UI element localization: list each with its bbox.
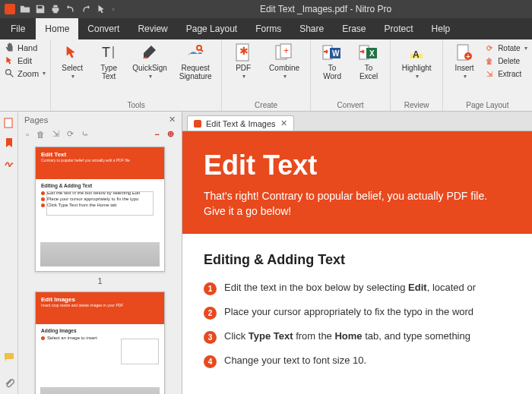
- bookmarks-icon[interactable]: [4, 137, 14, 148]
- save-icon[interactable]: [35, 4, 46, 14]
- group-convert-label: Convert: [315, 100, 385, 109]
- tab-convert[interactable]: Convert: [78, 18, 128, 39]
- rotate-page-icon[interactable]: ⟳: [67, 129, 74, 139]
- pages-panel: Pages ✕ ▫ 🗑 ⇲ ⟳ ⤿ − ⊕ Edit TextContrary …: [18, 112, 182, 394]
- replace-page-icon[interactable]: ⤿: [81, 129, 88, 139]
- group-review-label: Review: [395, 100, 438, 109]
- tab-review[interactable]: Review: [128, 18, 176, 39]
- pdf-label: PDF: [236, 64, 251, 72]
- quicksign-button[interactable]: QuickSign▾: [128, 43, 171, 80]
- redo-icon[interactable]: [81, 4, 91, 14]
- extract-page-icon[interactable]: ⇲: [52, 129, 59, 139]
- svg-text:+: +: [466, 52, 470, 61]
- tab-page-layout[interactable]: Page Layout: [177, 18, 246, 39]
- banner-subtext: That's right! Contrary to popular belief…: [204, 189, 511, 219]
- hand-tool[interactable]: Hand: [5, 43, 46, 52]
- insert-button[interactable]: + Insert▾: [448, 43, 481, 80]
- type-text-button[interactable]: T Type Text: [92, 43, 125, 80]
- svg-text:X: X: [369, 49, 375, 58]
- tab-forms[interactable]: Forms: [246, 18, 290, 39]
- extract-icon: ⇲: [484, 68, 495, 79]
- pdf-button[interactable]: ✱ PDF▾: [226, 43, 260, 80]
- select-button[interactable]: Select▾: [55, 43, 89, 80]
- combine-label: Combine: [269, 64, 299, 72]
- page-number-label: 1: [35, 276, 165, 285]
- request-signature-button[interactable]: Request Signature: [174, 43, 217, 80]
- tab-protect[interactable]: Protect: [375, 18, 423, 39]
- hand-label: Hand: [17, 43, 37, 52]
- group-review: A Highlight▾ Review: [391, 39, 443, 111]
- title-bar: ▾ Edit Text _Images.pdf - Nitro Pro: [0, 0, 532, 18]
- zoom-out-icon[interactable]: −: [155, 130, 160, 139]
- thumb-title: Edit Text: [41, 151, 159, 158]
- highlight-button[interactable]: A Highlight▾: [395, 43, 438, 80]
- type-text-label: Type Text: [100, 64, 117, 80]
- delete-label: Delete: [498, 57, 520, 65]
- type-text-icon: T: [99, 43, 119, 62]
- attachments-icon[interactable]: [4, 377, 14, 388]
- step-number-icon: 1: [204, 282, 217, 295]
- comments-icon[interactable]: [4, 351, 14, 362]
- group-create-label: Create: [226, 100, 306, 109]
- close-panel-icon[interactable]: ✕: [169, 115, 176, 125]
- highlight-icon: A: [407, 43, 426, 62]
- extract-label: Extract: [498, 70, 521, 78]
- pages-panel-icon[interactable]: [4, 118, 14, 128]
- pages-panel-header: Pages ✕: [18, 112, 182, 128]
- mode-tools: Hand Edit Zoom ▾: [0, 39, 51, 111]
- step-item: 3Click Type Text from the Home tab, and …: [204, 330, 511, 344]
- rotate-button[interactable]: ⟳Rotate▾: [484, 43, 527, 53]
- doc-tab-icon: [194, 120, 201, 128]
- combine-button[interactable]: + Combine▾: [263, 43, 306, 80]
- ribbon: Hand Edit Zoom ▾ Select▾ T Type Text Qui…: [0, 39, 532, 112]
- edit-tool[interactable]: Edit: [5, 55, 46, 65]
- to-excel-button[interactable]: X To Excel: [352, 43, 385, 80]
- thumbnails-list[interactable]: Edit TextContrary to popular belief you …: [18, 143, 182, 394]
- zoom-in-icon[interactable]: ⊕: [167, 129, 174, 139]
- signatures-icon[interactable]: [4, 157, 14, 168]
- delete-page-icon[interactable]: 🗑: [36, 130, 45, 139]
- group-page-layout: + Insert▾ ⟳Rotate▾ 🗑Delete ⇲Extract Page…: [443, 39, 532, 111]
- step-text: Change your text to font size 10.: [224, 355, 366, 366]
- cursor-icon[interactable]: [96, 4, 106, 14]
- print-icon[interactable]: [50, 4, 61, 14]
- rotate-icon: ⟳: [484, 43, 495, 53]
- tab-erase[interactable]: Erase: [333, 18, 375, 39]
- close-tab-icon[interactable]: ✕: [280, 118, 287, 128]
- zoom-tool[interactable]: Zoom ▾: [5, 68, 46, 78]
- ribbon-tabs: File Home Convert Review Page Layout For…: [0, 18, 532, 39]
- svg-text:W: W: [332, 49, 340, 58]
- page-thumbnail[interactable]: Edit ImagesInsert crop resize and delete…: [35, 292, 165, 394]
- group-page-layout-label: Page Layout: [448, 100, 527, 109]
- to-word-button[interactable]: W To Word: [315, 43, 349, 80]
- document-tab-title: Edit Text & Images: [206, 119, 276, 128]
- delete-button[interactable]: 🗑Delete: [484, 55, 527, 66]
- open-icon[interactable]: [20, 4, 30, 14]
- quicksign-icon: [140, 43, 160, 62]
- svg-text:+: +: [283, 46, 289, 56]
- body-area: Pages ✕ ▫ 🗑 ⇲ ⟳ ⤿ − ⊕ Edit TextContrary …: [0, 112, 532, 394]
- document-tabs: Edit Text & Images ✕: [182, 112, 532, 131]
- document-page[interactable]: Edit Text That's right! Contrary to popu…: [182, 131, 532, 394]
- new-page-icon[interactable]: ▫: [26, 130, 29, 139]
- qat-dropdown-icon[interactable]: ▾: [112, 6, 115, 13]
- file-menu[interactable]: File: [0, 18, 36, 39]
- zoom-dropdown-icon[interactable]: ▾: [43, 70, 46, 77]
- step-text: Click Type Text from the Home tab, and t…: [224, 330, 470, 342]
- svg-text:A: A: [413, 49, 420, 60]
- page-thumbnail[interactable]: Edit TextContrary to popular belief you …: [35, 147, 165, 272]
- document-area: Edit Text & Images ✕ Edit Text That's ri…: [182, 112, 532, 394]
- extract-button[interactable]: ⇲Extract: [484, 68, 527, 79]
- select-icon: [62, 43, 82, 62]
- svg-point-0: [6, 70, 11, 75]
- banner: Edit Text That's right! Contrary to popu…: [182, 131, 532, 234]
- tab-home[interactable]: Home: [36, 18, 78, 39]
- step-item: 2Place your cursor appropriately to fix …: [204, 306, 511, 320]
- tab-share[interactable]: Share: [290, 18, 333, 39]
- document-tab[interactable]: Edit Text & Images ✕: [187, 115, 294, 131]
- edit-label: Edit: [17, 56, 32, 65]
- insert-icon: +: [454, 43, 474, 62]
- tab-help[interactable]: Help: [423, 18, 460, 39]
- undo-icon[interactable]: [65, 4, 76, 14]
- combine-icon: +: [274, 43, 294, 62]
